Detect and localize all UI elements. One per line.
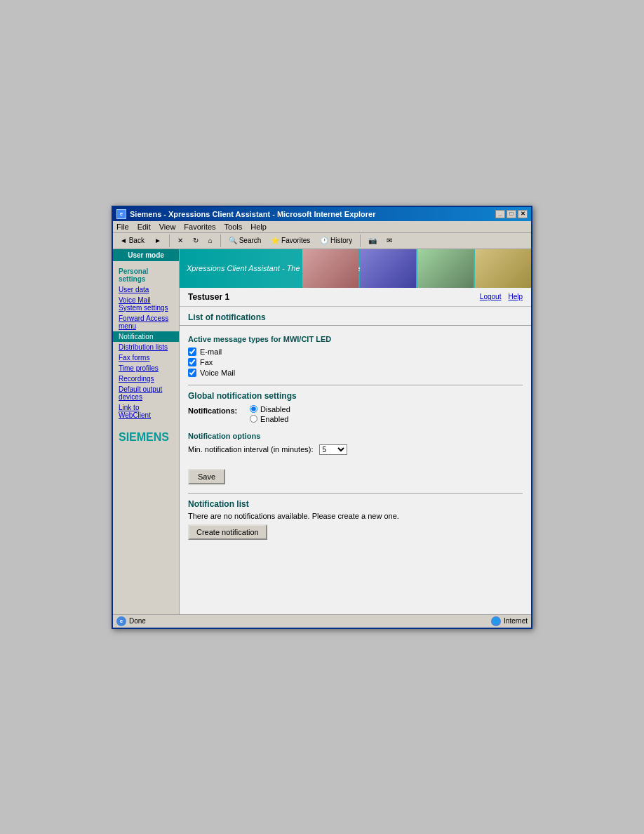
menu-favorites[interactable]: Favorites [184, 223, 215, 231]
home-button[interactable]: ⌂ [205, 235, 216, 246]
sidebar-item-link-webclient[interactable]: Link to WebClient [113, 402, 179, 421]
back-button[interactable]: ◄ Back [116, 235, 148, 246]
page-header: Testuser 1 Logout Help [180, 288, 531, 307]
toolbar-separator-1 [169, 234, 170, 247]
notifications-radio-group: Disabled Enabled [250, 405, 290, 423]
user-mode-label: User mode [113, 249, 179, 261]
email-checkbox[interactable] [188, 348, 196, 356]
forward-button[interactable]: ► [151, 235, 165, 246]
banner-image-3 [417, 249, 474, 288]
sidebar-item-default-output[interactable]: Default output devices [113, 384, 179, 402]
header-banner: Xpressions Client Assistant - The config… [180, 249, 531, 288]
search-button[interactable]: 🔍 Search [225, 235, 264, 246]
notifications-row: Notifications: Disabled Enabled [188, 405, 523, 423]
status-right: 🌐 Internet [491, 616, 528, 626]
sidebar-item-user-data[interactable]: User data [113, 284, 179, 295]
menu-view[interactable]: View [159, 223, 176, 231]
logout-link[interactable]: Logout [480, 293, 502, 300]
sidebar-item-forward-access[interactable]: Forward Access menu [113, 313, 179, 331]
maximize-button[interactable]: □ [507, 210, 516, 218]
sidebar-item-time-profiles[interactable]: Time profiles [113, 363, 179, 373]
status-left: e Done [116, 616, 146, 626]
notification-options-title: Notification options [188, 432, 523, 440]
status-bar: e Done 🌐 Internet [113, 614, 531, 628]
status-done-label: Done [129, 617, 146, 625]
browser-window: e Siemens - Xpressions Client Assistant … [112, 206, 532, 629]
title-bar: e Siemens - Xpressions Client Assistant … [113, 207, 531, 221]
browser-icon: e [116, 209, 126, 219]
enabled-radio-row: Enabled [250, 415, 290, 423]
sidebar-item-recordings[interactable]: Recordings [113, 373, 179, 384]
voicemail-label: Voice Mail [200, 369, 235, 377]
menu-tools[interactable]: Tools [224, 223, 243, 231]
minimize-button[interactable]: _ [495, 210, 505, 218]
fax-label: Fax [200, 358, 213, 366]
siemens-logo: SIEMENS [113, 421, 179, 447]
stop-button[interactable]: ✕ [174, 235, 187, 246]
favorites-button[interactable]: ⭐ Favorites [267, 235, 314, 246]
disabled-radio-row: Disabled [250, 405, 290, 413]
sidebar: User mode Personal settings User data Vo… [113, 249, 180, 614]
email-label: E-mail [200, 348, 222, 356]
menu-edit[interactable]: Edit [137, 223, 151, 231]
fax-checkbox-row: Fax [188, 358, 523, 366]
personal-settings-label: Personal settings [113, 265, 179, 284]
sidebar-item-distribution[interactable]: Distribution lists [113, 342, 179, 352]
toolbar: ◄ Back ► ✕ ↻ ⌂ 🔍 Search ⭐ Favorites 🕐 Hi… [113, 233, 531, 249]
notifications-label: Notifications: [188, 405, 244, 415]
disabled-radio[interactable] [250, 405, 257, 413]
global-notification-section: Global notification settings Notificatio… [180, 385, 531, 429]
no-notifications-text: There are no notifications available. Pl… [188, 512, 523, 520]
banner-images [301, 249, 531, 288]
notification-list-section: Notification list There are no notificat… [180, 494, 531, 545]
notification-list-title: Notification list [188, 499, 523, 509]
menu-file[interactable]: File [116, 223, 129, 231]
content-area: User mode Personal settings User data Vo… [113, 249, 531, 614]
history-button[interactable]: 🕐 History [316, 235, 356, 246]
email-checkbox-row: E-mail [188, 348, 523, 356]
page-title: Testuser 1 [188, 292, 229, 302]
title-buttons: _ □ ✕ [495, 210, 528, 218]
toolbar-separator-2 [220, 234, 221, 247]
voicemail-checkbox-row: Voice Mail [188, 369, 523, 377]
window-title: Siemens - Xpressions Client Assistant - … [130, 210, 375, 218]
create-notification-button[interactable]: Create notification [188, 524, 267, 540]
enabled-label: Enabled [260, 415, 288, 423]
active-message-types-title: Active message types for MWI/CIT LED [188, 335, 523, 343]
internet-icon: 🌐 [491, 616, 501, 626]
mail-button[interactable]: ✉ [383, 235, 396, 246]
close-button[interactable]: ✕ [518, 210, 528, 218]
active-message-types-section: Active message types for MWI/CIT LED E-m… [180, 329, 531, 385]
interval-row: Min. notification interval (in minutes):… [188, 444, 523, 455]
media-button[interactable]: 📷 [365, 235, 380, 246]
voicemail-checkbox[interactable] [188, 369, 196, 377]
list-of-notifications-title: List of notifications [180, 307, 531, 326]
menu-help[interactable]: Help [250, 223, 267, 231]
main-content: Xpressions Client Assistant - The config… [180, 249, 531, 614]
disabled-label: Disabled [260, 405, 290, 413]
fax-checkbox[interactable] [188, 358, 196, 366]
zone-label: Internet [504, 617, 528, 625]
global-notification-title: Global notification settings [188, 391, 523, 401]
toolbar-separator-3 [360, 234, 361, 247]
sidebar-item-notification[interactable]: Notification [113, 331, 179, 342]
interval-label: Min. notification interval (in minutes): [188, 445, 314, 454]
notification-options-section: Notification options Min. notification i… [180, 429, 531, 466]
page-actions: Logout Help [480, 293, 523, 300]
enabled-radio[interactable] [250, 415, 257, 423]
banner-image-2 [360, 249, 416, 288]
menu-bar: File Edit View Favorites Tools Help [113, 221, 531, 233]
sidebar-item-voice-mail[interactable]: Voice Mail System settings [113, 295, 179, 313]
banner-image-4 [475, 249, 531, 288]
sidebar-item-fax-forms[interactable]: Fax forms [113, 352, 179, 363]
help-link[interactable]: Help [508, 293, 523, 300]
banner-image-1 [302, 249, 358, 288]
refresh-button[interactable]: ↻ [189, 235, 202, 246]
interval-select[interactable]: 1 2 5 10 15 30 [319, 444, 347, 455]
save-button[interactable]: Save [188, 469, 225, 484]
status-icon: e [116, 616, 126, 626]
